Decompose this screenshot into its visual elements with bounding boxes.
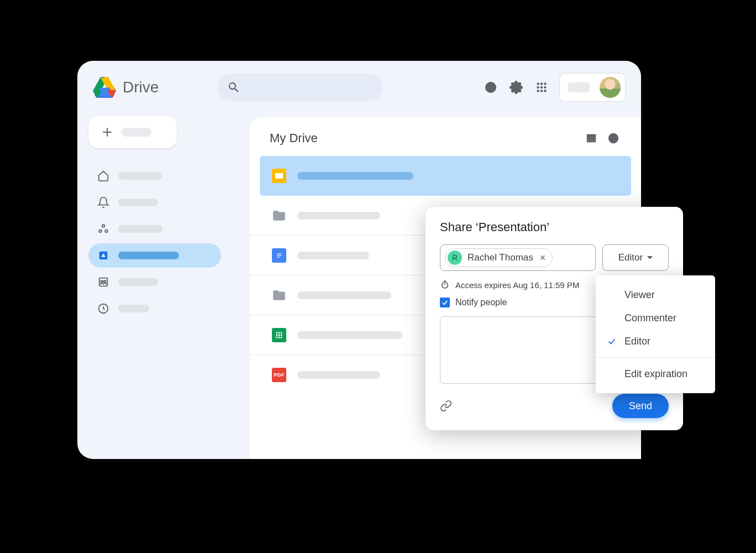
svg-point-27 [99, 229, 102, 232]
svg-point-22 [540, 90, 543, 92]
plus-icon [101, 126, 114, 139]
svg-point-19 [540, 86, 543, 88]
clock-icon [97, 302, 109, 315]
workspaces-icon [97, 223, 109, 235]
new-label-placeholder [122, 128, 151, 137]
list-view-icon [585, 132, 597, 144]
bell-icon [97, 196, 109, 208]
drive-logo-icon [93, 77, 116, 98]
brand: Drive [93, 77, 159, 98]
drive-window: Drive [77, 61, 641, 459]
docs-icon [272, 248, 286, 263]
details-button[interactable] [606, 131, 621, 146]
header-bar: Drive [77, 61, 641, 114]
role-dropdown: Viewer Commenter Editor Edit expiration [596, 275, 715, 393]
svg-point-33 [104, 280, 106, 283]
notify-checkbox[interactable] [440, 298, 450, 307]
svg-point-32 [101, 280, 103, 283]
search-input[interactable] [217, 74, 383, 101]
new-button[interactable] [88, 116, 177, 148]
svg-point-20 [544, 86, 547, 88]
role-select[interactable]: Editor [602, 244, 669, 271]
svg-rect-37 [587, 141, 596, 142]
role-divider [596, 357, 715, 358]
avatar [600, 77, 621, 98]
folder-icon [272, 208, 286, 223]
pdf-icon: PDF [272, 368, 286, 382]
role-option-edit-expiration[interactable]: Edit expiration [596, 362, 715, 385]
slides-icon [272, 169, 286, 183]
svg-point-17 [544, 83, 547, 85]
svg-rect-36 [587, 138, 596, 140]
copy-link-button[interactable] [440, 400, 452, 412]
chip-name: Rachel Thomas [468, 252, 533, 263]
chip-remove-button[interactable]: × [539, 252, 547, 264]
svg-point-13 [490, 90, 491, 90]
view-toggle-button[interactable] [584, 131, 599, 146]
timer-icon [440, 280, 450, 290]
help-icon [484, 81, 497, 94]
svg-point-16 [540, 83, 543, 85]
sidebar-item-shared[interactable] [88, 270, 221, 294]
svg-point-15 [537, 83, 539, 85]
sidebar-item-recent[interactable] [88, 296, 221, 321]
role-option-viewer[interactable]: Viewer [596, 283, 715, 306]
sidebar [88, 114, 243, 459]
gear-icon [510, 81, 523, 94]
sidebar-item-home[interactable] [88, 164, 221, 188]
account-label-placeholder [568, 82, 590, 92]
sheets-icon [272, 328, 286, 342]
settings-button[interactable] [508, 80, 524, 95]
info-icon [607, 132, 620, 144]
svg-point-28 [105, 229, 108, 232]
check-icon [607, 336, 617, 346]
sidebar-item-mydrive[interactable] [88, 243, 221, 268]
app-title: Drive [123, 79, 159, 96]
svg-point-18 [537, 86, 539, 88]
account-switcher[interactable] [559, 73, 626, 102]
apps-button[interactable] [534, 80, 549, 95]
svg-point-40 [613, 136, 614, 137]
folder-icon [272, 288, 286, 302]
sidebar-item-workspaces[interactable] [88, 217, 221, 241]
chevron-down-icon [647, 256, 653, 259]
svg-point-21 [537, 90, 539, 92]
header-actions [483, 73, 626, 102]
drive-icon [97, 249, 109, 262]
page-title: My Drive [270, 131, 577, 145]
check-icon [441, 299, 449, 306]
expiration-text: Access expires Aug 16, 11:59 PM [455, 280, 579, 290]
svg-point-26 [102, 225, 105, 227]
file-row-slides[interactable] [260, 156, 631, 196]
shared-drives-icon [97, 276, 109, 288]
search-icon [227, 81, 240, 94]
role-option-commenter[interactable]: Commenter [596, 306, 715, 330]
sidebar-item-activity[interactable] [88, 190, 221, 215]
svg-point-23 [544, 90, 547, 92]
home-icon [97, 170, 109, 182]
link-icon [440, 400, 452, 412]
send-button[interactable]: Send [612, 394, 669, 418]
role-select-label: Editor [618, 252, 643, 263]
share-people-input[interactable]: R Rachel Thomas × [440, 244, 596, 271]
help-button[interactable] [483, 80, 498, 95]
notify-label: Notify people [455, 298, 507, 307]
share-title: Share ‘Presentation’ [440, 220, 669, 234]
recipient-chip[interactable]: R Rachel Thomas × [445, 248, 553, 267]
role-option-editor[interactable]: Editor [596, 330, 715, 353]
svg-rect-35 [587, 135, 596, 137]
chip-avatar: R [448, 251, 462, 265]
apps-grid-icon [536, 81, 548, 93]
